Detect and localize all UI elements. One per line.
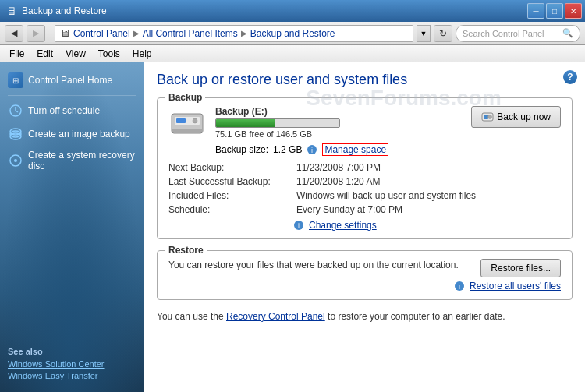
windows-easy-transfer-link[interactable]: Windows Easy Transfer: [8, 371, 136, 380]
maximize-button[interactable]: □: [546, 3, 563, 19]
svg-text:i: i: [298, 222, 300, 230]
drive-details: Backup (E:) 75.1 GB free of 146.5 GB: [215, 106, 340, 139]
breadcrumb-icon: 🖥: [60, 27, 70, 39]
create-recovery-icon: [8, 153, 23, 168]
sidebar-item-turn-off-schedule[interactable]: Turn off schedule: [0, 99, 144, 122]
see-also-label: See also: [8, 347, 136, 356]
search-icon[interactable]: 🔍: [562, 28, 573, 38]
back-button[interactable]: ◀: [5, 25, 23, 42]
svg-point-7: [14, 159, 17, 162]
menu-file[interactable]: File: [3, 47, 30, 61]
menu-view[interactable]: View: [59, 47, 92, 61]
change-settings-icon: i: [293, 220, 304, 231]
restore-files-button[interactable]: Restore files...: [480, 259, 561, 277]
windows-solution-center-link[interactable]: Windows Solution Center: [8, 359, 136, 369]
sidebar-item-label: Turn off schedule: [28, 105, 100, 116]
menu-edit[interactable]: Edit: [30, 47, 59, 61]
progress-bar-fill: [216, 119, 275, 127]
control-panel-home-icon: ⊞: [8, 72, 23, 88]
menu-tools[interactable]: Tools: [92, 47, 126, 61]
info-grid: Next Backup: 11/23/2008 7:00 PM Last Suc…: [168, 162, 561, 215]
change-settings-row: i Change settings: [293, 220, 561, 231]
backup-size-value: 1.2 GB: [273, 144, 302, 155]
last-backup-value: 11/20/2008 1:20 AM: [296, 176, 561, 187]
drive-free: 75.1 GB free of 146.5 GB: [215, 129, 340, 139]
window-title: Backup and Restore: [22, 5, 107, 16]
schedule-label: Schedule:: [168, 204, 293, 215]
schedule-value: Every Sunday at 7:00 PM: [296, 204, 561, 215]
backup-drive-info: Backup (E:) 75.1 GB free of 146.5 GB: [168, 106, 340, 139]
restore-section-label: Restore: [165, 245, 207, 256]
sidebar-item-create-image-backup[interactable]: Create an image backup: [0, 122, 144, 146]
breadcrumb-control-panel[interactable]: Control Panel: [73, 28, 130, 39]
drive-icon: [168, 106, 206, 137]
title-bar-left: 🖥 Backup and Restore: [6, 5, 107, 17]
address-path[interactable]: 🖥 Control Panel ▶ All Control Panel Item…: [55, 25, 413, 42]
svg-point-15: [488, 115, 492, 119]
sidebar-item-label: Create a system recovery disc: [28, 150, 136, 171]
manage-space-link[interactable]: Manage space: [322, 143, 388, 156]
sidebar-divider: [8, 95, 136, 96]
recovery-text: You can use the Recovery Control Panel t…: [157, 311, 573, 322]
create-image-icon: [8, 126, 23, 142]
restore-all-users-link[interactable]: Restore all users' files: [470, 281, 561, 291]
svg-rect-12: [172, 129, 203, 132]
next-backup-label: Next Backup:: [168, 162, 293, 173]
progress-bar-container: [215, 118, 340, 128]
forward-button[interactable]: ▶: [27, 25, 45, 42]
sidebar-item-label: Control Panel Home: [28, 75, 112, 86]
breadcrumb-backup-restore[interactable]: Backup and Restore: [250, 28, 335, 39]
backup-header-row: Backup (E:) 75.1 GB free of 146.5 GB Bac…: [168, 106, 561, 139]
search-box[interactable]: Search Control Panel 🔍: [456, 25, 580, 42]
sidebar-bottom: See also Windows Solution Center Windows…: [0, 341, 144, 386]
svg-rect-14: [484, 115, 488, 119]
main-layout: ⊞ Control Panel Home Turn off schedule: [0, 62, 585, 392]
restore-text: You can restore your files that were bac…: [168, 260, 459, 270]
minimize-button[interactable]: ─: [527, 3, 544, 19]
help-icon[interactable]: ?: [563, 70, 577, 84]
close-button[interactable]: ✕: [565, 3, 582, 19]
restore-row: You can restore your files that were bac…: [168, 259, 561, 277]
recovery-suffix: to restore your computer to an earlier d…: [328, 311, 505, 322]
included-files-label: Included Files:: [168, 190, 293, 201]
recovery-prefix: You can use the: [157, 311, 224, 322]
backup-icon: [481, 111, 494, 123]
back-up-now-button[interactable]: Back up now: [471, 106, 561, 128]
window-icon: 🖥: [6, 5, 17, 17]
sidebar-item-create-recovery-disc[interactable]: Create a system recovery disc: [0, 146, 144, 175]
included-files-value: Windows will back up user and system fil…: [296, 190, 561, 201]
menu-bar: File Edit View Tools Help: [0, 45, 585, 62]
sidebar-item-control-panel-home[interactable]: ⊞ Control Panel Home: [0, 69, 144, 92]
svg-text:i: i: [311, 147, 313, 154]
svg-text:i: i: [459, 283, 460, 291]
content-area: SevenForums.com ? Back up or restore use…: [144, 62, 585, 392]
menu-help[interactable]: Help: [126, 47, 158, 61]
restore-all-row: i Restore all users' files: [168, 281, 561, 291]
search-placeholder: Search Control Panel: [463, 29, 544, 38]
backup-section: Backup Backup (E:): [157, 97, 573, 239]
manage-space-icon: i: [307, 144, 317, 155]
drive-name: Backup (E:): [215, 106, 340, 117]
address-dropdown[interactable]: ▼: [417, 25, 431, 42]
refresh-button[interactable]: ↻: [434, 25, 452, 42]
sidebar: ⊞ Control Panel Home Turn off schedule: [0, 62, 144, 392]
turn-off-schedule-icon: [8, 103, 23, 118]
restore-all-icon: i: [454, 281, 465, 291]
svg-rect-10: [176, 118, 186, 123]
title-bar-controls: ─ □ ✕: [527, 3, 582, 19]
address-bar: ◀ ▶ 🖥 Control Panel ▶ All Control Panel …: [0, 22, 585, 45]
change-settings-link[interactable]: Change settings: [309, 220, 377, 231]
backup-size-row: Backup size: 1.2 GB i Manage space: [215, 143, 561, 156]
backup-size-label: Backup size:: [215, 144, 268, 155]
last-backup-label: Last Successful Backup:: [168, 176, 293, 187]
next-backup-value: 11/23/2008 7:00 PM: [296, 162, 561, 173]
svg-line-2: [16, 111, 18, 112]
restore-section: Restore You can restore your files that …: [157, 250, 573, 300]
svg-point-11: [193, 118, 197, 123]
title-bar: 🖥 Backup and Restore ─ □ ✕: [0, 0, 585, 22]
backup-section-label: Backup: [165, 92, 205, 103]
back-up-now-label: Back up now: [497, 111, 551, 122]
sidebar-item-label: Create an image backup: [28, 129, 130, 139]
recovery-control-panel-link[interactable]: Recovery Control Panel: [226, 311, 325, 322]
breadcrumb-all-items[interactable]: All Control Panel Items: [143, 28, 238, 39]
